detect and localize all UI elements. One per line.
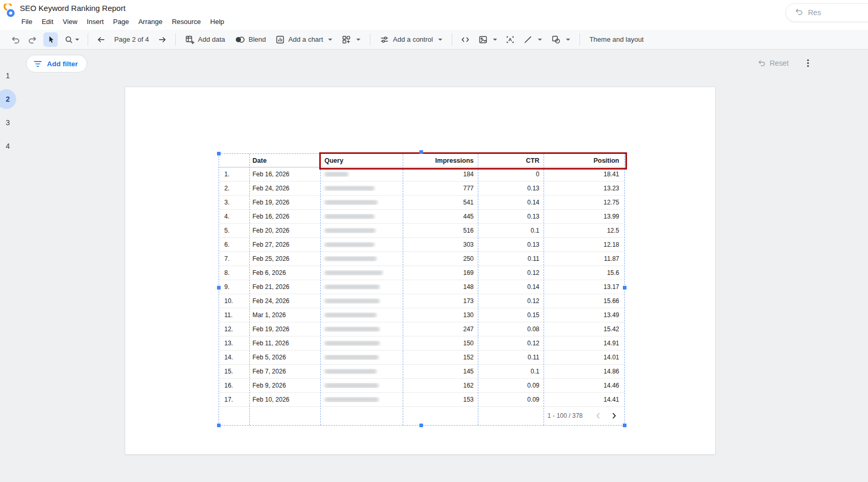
cell-query (320, 312, 403, 318)
cell-date: Feb 6, 2026 (249, 269, 320, 276)
cell-query (320, 327, 403, 332)
redacted-query-value (324, 200, 378, 205)
cell-date: Feb 9, 2026 (249, 382, 320, 389)
table-row: 17.Feb 10, 20261530.0914.41 (219, 393, 624, 407)
community-visualizations-button[interactable] (337, 32, 365, 47)
page-indicator-label: Page 2 of 4 (114, 35, 149, 43)
cell-position: 15.42 (544, 326, 624, 333)
chevron-down-icon (356, 39, 360, 41)
redacted-query-value (324, 172, 348, 177)
cell-position: 15.66 (544, 297, 624, 305)
selection-handle[interactable] (419, 150, 423, 154)
cell-query (320, 214, 403, 219)
cell-query (320, 397, 403, 402)
table-row: 5.Feb 20, 20265160.112.5 (219, 224, 624, 238)
cursor-icon (47, 35, 55, 43)
cell-date: Feb 19, 2026 (249, 326, 320, 333)
page-thumbnail-1[interactable]: 1 (0, 64, 16, 87)
cell-rownum: 13. (219, 340, 249, 347)
menu-item-help[interactable]: Help (206, 16, 229, 28)
redacted-query-value (324, 327, 380, 332)
selection-handle[interactable] (217, 424, 221, 427)
add-data-button[interactable]: Add data (180, 32, 230, 47)
undo-button[interactable] (7, 32, 24, 47)
menu-item-insert[interactable]: Insert (82, 16, 108, 28)
text-button[interactable]: A (502, 32, 519, 47)
cell-position: 11.87 (544, 255, 624, 262)
cell-ctr: 0.09 (478, 382, 544, 389)
page-indicator[interactable]: Page 2 of 4 (110, 32, 154, 47)
cell-impressions: 148 (403, 283, 478, 291)
next-page-button[interactable] (154, 32, 171, 47)
selection-handle[interactable] (623, 424, 626, 427)
select-tool-button[interactable] (43, 32, 58, 47)
add-filter-label: Add filter (47, 60, 78, 68)
table-chart[interactable]: DateQueryImpressionsCTRPosition 1.Feb 16… (219, 154, 624, 425)
menu-item-resource[interactable]: Resource (167, 16, 206, 28)
cell-query (320, 242, 403, 247)
cell-rownum: 16. (219, 382, 249, 389)
report-title[interactable]: SEO Keyword Ranking Report (20, 4, 126, 13)
theme-layout-button[interactable]: Theme and layout (585, 32, 648, 47)
add-control-button[interactable]: Add a control (375, 32, 447, 47)
page-thumbnail-4[interactable]: 4 (0, 134, 16, 158)
reset-button[interactable]: Reset (757, 59, 789, 67)
add-control-label: Add a control (393, 35, 433, 43)
cell-ctr: 0.12 (478, 340, 544, 347)
code-icon (461, 35, 470, 44)
redacted-query-value (324, 242, 375, 247)
selection-handle[interactable] (419, 424, 423, 427)
theme-layout-label: Theme and layout (589, 35, 644, 43)
top-right-reset-button[interactable]: Res (786, 3, 868, 22)
cell-rownum: 9. (219, 283, 249, 291)
cell-rownum: 8. (219, 269, 249, 276)
menu-item-file[interactable]: File (17, 16, 37, 28)
chevron-down-icon (438, 39, 442, 41)
top-right-reset-label: Res (808, 8, 821, 17)
menu-item-edit[interactable]: Edit (37, 16, 58, 28)
menu-item-page[interactable]: Page (108, 16, 134, 28)
cell-rownum: 7. (219, 255, 249, 262)
pagination-prev-icon[interactable] (594, 412, 602, 420)
redo-button[interactable] (24, 32, 41, 47)
menu-item-view[interactable]: View (58, 16, 82, 28)
redacted-query-value (324, 355, 379, 360)
redacted-query-value (324, 298, 380, 304)
table-row: 4.Feb 16, 20264450.1313.99 (219, 210, 624, 224)
page-thumbnail-3[interactable]: 3 (0, 111, 16, 134)
cell-ctr: 0.14 (478, 283, 544, 291)
looker-studio-logo[interactable] (4, 4, 16, 18)
embed-code-button[interactable] (457, 32, 474, 47)
table-row: 8.Feb 6, 20261690.1215.6 (219, 266, 624, 280)
add-filter-button[interactable]: Add filter (26, 55, 87, 73)
cell-date: Feb 24, 2026 (249, 297, 320, 305)
cell-position: 12.5 (544, 227, 624, 234)
shape-button[interactable] (547, 32, 575, 47)
selection-handle[interactable] (623, 286, 626, 290)
more-options-button[interactable] (803, 58, 813, 68)
page-thumbnail-2[interactable]: 2 (0, 87, 16, 111)
chevron-down-icon (493, 39, 497, 41)
cell-impressions: 162 (403, 382, 478, 389)
add-chart-button[interactable]: Add a chart (271, 32, 337, 47)
menu-item-arrange[interactable]: Arrange (134, 16, 167, 28)
selection-handle[interactable] (217, 286, 221, 290)
toolbar-divider (452, 33, 452, 46)
table-header-row: DateQueryImpressionsCTRPosition (219, 154, 624, 167)
cell-rownum: 4. (219, 213, 249, 220)
line-button[interactable] (519, 32, 547, 47)
prev-page-button[interactable] (93, 32, 110, 47)
cell-rownum: 1. (219, 171, 249, 178)
image-button[interactable] (474, 32, 502, 47)
cell-query (320, 256, 403, 261)
selection-handle[interactable] (217, 152, 221, 155)
pagination-range: 1 - 100 / 378 (548, 412, 583, 419)
report-canvas-page[interactable]: DateQueryImpressionsCTRPosition 1.Feb 16… (125, 87, 715, 454)
cell-position: 13.17 (544, 283, 624, 291)
column-header-position: Position (544, 157, 624, 164)
blend-button[interactable]: Blend (230, 32, 271, 47)
shape-tool-icon (551, 35, 561, 44)
pagination-next-icon[interactable] (610, 412, 618, 420)
zoom-tool-button[interactable] (61, 32, 83, 47)
page-rail: 1234 (0, 64, 16, 158)
